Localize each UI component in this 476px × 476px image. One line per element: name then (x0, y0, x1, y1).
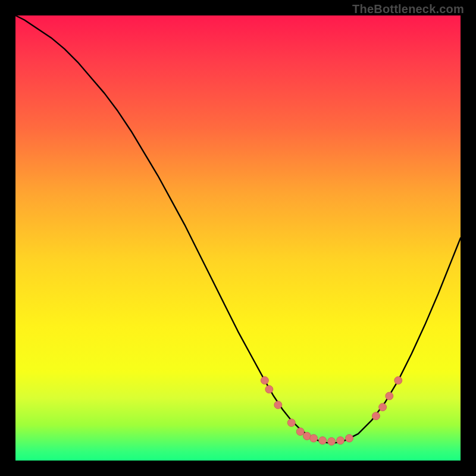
curve-marker (296, 428, 304, 436)
bottleneck-curve-svg (15, 15, 461, 461)
curve-markers (261, 377, 402, 445)
curve-marker (394, 377, 402, 384)
watermark-text: TheBottleneck.com (352, 2, 464, 16)
curve-marker (386, 392, 393, 400)
curve-marker (261, 377, 268, 384)
chart-frame: TheBottleneck.com (0, 0, 476, 476)
bottleneck-curve-path (15, 15, 461, 443)
curve-marker (328, 437, 336, 445)
curve-marker (265, 386, 273, 393)
curve-marker (319, 437, 327, 444)
plot-area (15, 15, 461, 461)
curve-marker (287, 419, 295, 427)
curve-marker (372, 412, 380, 420)
curve-marker (274, 401, 282, 409)
curve-marker (346, 434, 353, 442)
curve-marker (379, 403, 387, 411)
curve-marker (337, 437, 345, 444)
